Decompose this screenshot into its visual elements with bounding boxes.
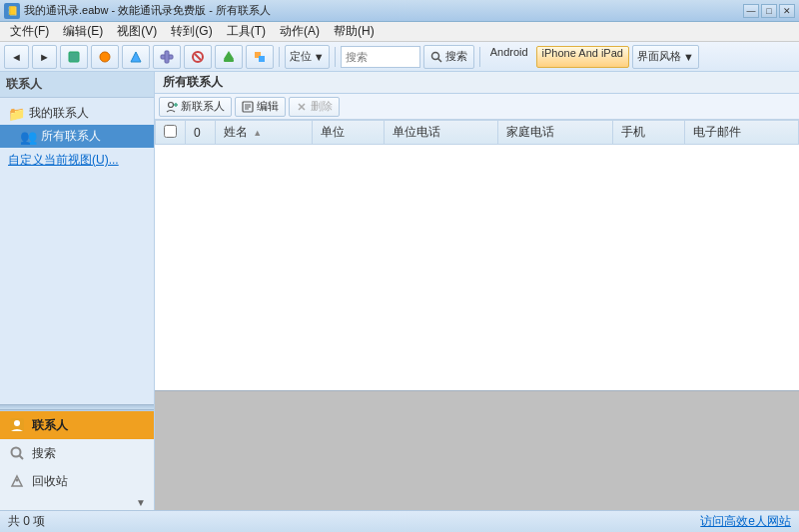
sidebar-tree: 📁 我的联系人 👥 所有联系人 自定义当前视图(U)...: [0, 98, 154, 404]
toolbar-btn-6[interactable]: [215, 45, 243, 69]
title-bar: 📒 我的通讯录.eabw - 效能通讯录免费版 - 所有联系人 — □ ✕: [0, 0, 799, 22]
nav-contacts-label: 联系人: [32, 417, 68, 434]
nav-recycle-label: 回收站: [32, 473, 68, 490]
separator-2: [335, 47, 336, 67]
content-area: 所有联系人 新联系人 编辑 删除: [155, 72, 799, 510]
svg-marker-8: [224, 51, 234, 59]
edit-button[interactable]: 编辑: [235, 97, 286, 117]
svg-point-1: [100, 52, 110, 62]
menu-action[interactable]: 动作(A): [274, 21, 326, 42]
menu-bar: 文件(F) 编辑(E) 视图(V) 转到(G) 工具(T) 动作(A) 帮助(H…: [0, 22, 799, 42]
toolbar-btn-2[interactable]: [91, 45, 119, 69]
contacts-folder-icon: 📁: [8, 106, 25, 122]
website-link[interactable]: 访问高效e人网站: [700, 513, 791, 530]
bottom-nav: 联系人 搜索 回收站 ▼: [0, 410, 154, 510]
sidebar-all-contacts[interactable]: 👥 所有联系人: [0, 125, 154, 148]
svg-point-14: [14, 420, 20, 426]
svg-rect-4: [165, 51, 169, 63]
preview-pane: [155, 390, 799, 510]
svg-line-12: [437, 58, 441, 62]
sidebar: 联系人 📁 我的联系人 👥 所有联系人 自定义当前视图(U)... 联系人: [0, 72, 155, 510]
menu-goto[interactable]: 转到(G): [165, 21, 218, 42]
svg-line-6: [195, 54, 201, 60]
toolbar-btn-7[interactable]: [246, 45, 274, 69]
nav-contacts[interactable]: 联系人: [0, 411, 154, 439]
title-text: 我的通讯录.eabw - 效能通讯录免费版 - 所有联系人: [24, 3, 271, 18]
all-contacts-icon: 👥: [20, 129, 37, 145]
col-email[interactable]: 电子邮件: [684, 121, 798, 145]
content-header: 所有联系人: [155, 72, 799, 94]
separator-3: [479, 47, 480, 67]
toolbar-btn-3[interactable]: [122, 45, 150, 69]
status-bar: 共 0 项 访问高效e人网站: [0, 510, 799, 532]
back-button[interactable]: ◄: [4, 45, 29, 69]
svg-rect-7: [224, 59, 234, 62]
search-button[interactable]: 搜索: [423, 45, 474, 69]
col-home-phone[interactable]: 家庭电话: [498, 121, 612, 145]
main-layout: 联系人 📁 我的联系人 👥 所有联系人 自定义当前视图(U)... 联系人: [0, 72, 799, 510]
menu-help[interactable]: 帮助(H): [328, 21, 381, 42]
search-input[interactable]: [341, 46, 420, 68]
col-work-phone[interactable]: 单位电话: [385, 121, 498, 145]
sidebar-my-contacts[interactable]: 📁 我的联系人: [0, 102, 154, 125]
recycle-nav-icon: [8, 472, 26, 490]
svg-rect-10: [259, 56, 265, 62]
col-num: 0: [186, 121, 216, 145]
svg-point-18: [169, 102, 174, 107]
nav-search[interactable]: 搜索: [0, 439, 154, 467]
nav-collapse-btn[interactable]: ▼: [0, 495, 154, 510]
toolbar: ◄ ► 定位 ▼ 搜索 Android iPhone And iPad 界面风格…: [0, 42, 799, 72]
app-icon: 📒: [4, 3, 20, 19]
contacts-nav-icon: [8, 416, 26, 434]
style-dropdown[interactable]: 界面风格 ▼: [632, 45, 699, 69]
new-contact-button[interactable]: 新联系人: [159, 97, 232, 117]
nav-recycle[interactable]: 回收站: [0, 467, 154, 495]
title-controls: — □ ✕: [743, 4, 795, 18]
customize-view-link[interactable]: 自定义当前视图(U)...: [0, 148, 154, 173]
contact-table[interactable]: 0 姓名 ▲ 单位 单位电话 家庭电话 手机 电子邮件: [155, 120, 799, 390]
svg-line-16: [19, 455, 23, 459]
toolbar-btn-1[interactable]: [60, 45, 88, 69]
col-check: [156, 121, 186, 145]
select-all-checkbox[interactable]: [164, 125, 177, 138]
title-left: 📒 我的通讯录.eabw - 效能通讯录免费版 - 所有联系人: [4, 3, 271, 19]
iphone-platform-btn[interactable]: iPhone And iPad: [536, 46, 629, 68]
menu-view[interactable]: 视图(V): [111, 21, 163, 42]
sidebar-header: 联系人: [0, 72, 154, 98]
content-toolbar: 新联系人 编辑 删除: [155, 94, 799, 120]
separator-1: [279, 47, 280, 67]
search-nav-icon: [8, 444, 26, 462]
status-count: 共 0 项: [8, 513, 45, 530]
menu-edit[interactable]: 编辑(E): [57, 21, 109, 42]
minimize-button[interactable]: —: [743, 4, 759, 18]
col-mobile[interactable]: 手机: [612, 121, 684, 145]
location-dropdown[interactable]: 定位 ▼: [285, 45, 330, 69]
svg-point-17: [16, 479, 19, 482]
nav-search-label: 搜索: [32, 445, 56, 462]
forward-button[interactable]: ►: [32, 45, 57, 69]
name-sort-arrow: ▲: [253, 128, 262, 138]
android-platform-btn[interactable]: Android: [485, 46, 533, 68]
menu-tools[interactable]: 工具(T): [221, 21, 272, 42]
col-name[interactable]: 姓名 ▲: [216, 121, 313, 145]
close-button[interactable]: ✕: [779, 4, 795, 18]
menu-file[interactable]: 文件(F): [4, 21, 55, 42]
svg-point-11: [431, 52, 438, 59]
toolbar-btn-5[interactable]: [184, 45, 212, 69]
maximize-button[interactable]: □: [761, 4, 777, 18]
svg-rect-0: [69, 52, 79, 62]
svg-marker-2: [131, 52, 141, 62]
toolbar-btn-4[interactable]: [153, 45, 181, 69]
col-company[interactable]: 单位: [313, 121, 385, 145]
delete-button[interactable]: 删除: [289, 97, 340, 117]
